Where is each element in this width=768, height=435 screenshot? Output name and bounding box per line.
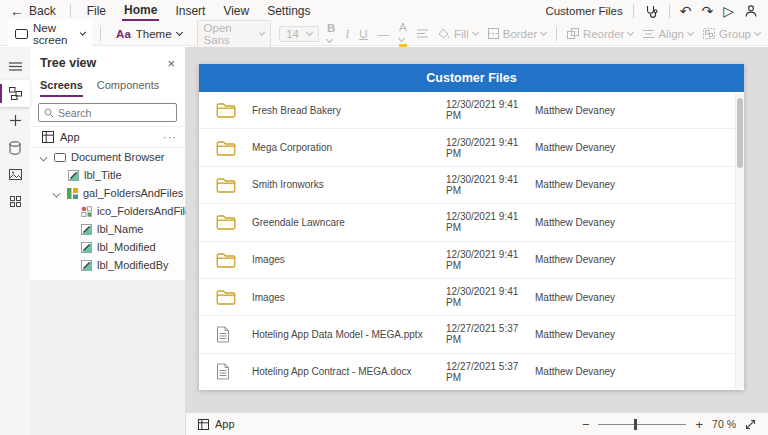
- zoom-in-icon[interactable]: +: [695, 417, 703, 432]
- font-size-value: 14: [286, 28, 299, 40]
- label-icon: [68, 170, 79, 181]
- zoom-out-icon[interactable]: −: [582, 417, 590, 432]
- folder-icon[interactable]: [199, 289, 252, 305]
- gallery-row[interactable]: Hoteling App Data Model - MEGA.pptx12/27…: [199, 316, 744, 353]
- folder-icon[interactable]: [199, 214, 252, 230]
- row-modified_by: Matthew Devaney: [535, 179, 744, 190]
- scrollbar-thumb[interactable]: [737, 98, 743, 168]
- hamburger-menu-icon[interactable]: [0, 53, 30, 80]
- gallery-row[interactable]: Mega Corporation12/30/2021 9:41 PMMatthe…: [199, 129, 744, 166]
- chevron-down-icon: [398, 35, 405, 42]
- gallery-row[interactable]: Images12/30/2021 9:41 PMMatthew Devaney: [199, 242, 744, 279]
- menu-item-file[interactable]: File: [85, 2, 108, 20]
- panel-empty-area: [30, 280, 185, 435]
- canvas-title-label: Customer Files: [426, 71, 516, 85]
- fill-bucket-icon: [438, 28, 450, 39]
- fit-to-window-icon[interactable]: [745, 419, 756, 430]
- redo-icon[interactable]: ↷: [701, 4, 713, 18]
- tree-item-ico_FoldersAndFiles[interactable]: ico_FoldersAndFiles: [30, 202, 185, 220]
- tree-item-lbl_Name[interactable]: lbl_Name: [30, 220, 185, 238]
- gallery-row[interactable]: Smith Ironworks12/30/2021 9:41 PMMatthew…: [199, 167, 744, 204]
- app-canvas[interactable]: Customer Files Fresh Bread Bakery12/30/2…: [199, 64, 744, 390]
- tree-view-panel: Tree view × Screens Components App ··· D…: [30, 47, 186, 435]
- undo-icon[interactable]: ↶: [680, 4, 692, 18]
- statusbar-app[interactable]: App: [198, 418, 235, 430]
- document-icon[interactable]: [199, 363, 252, 380]
- gallery-row[interactable]: Greendale Lawncare12/30/2021 9:41 PMMatt…: [199, 204, 744, 241]
- share-person-icon[interactable]: [744, 4, 758, 18]
- folder-icon[interactable]: [199, 252, 252, 268]
- zoom-percent[interactable]: 70 %: [712, 418, 736, 430]
- tree-item-Document Browser[interactable]: Document Browser: [30, 148, 185, 166]
- label-icon: [81, 224, 92, 235]
- tree-item-lbl_Modified[interactable]: lbl_Modified: [30, 238, 185, 256]
- tree-item-label: Document Browser: [71, 151, 165, 163]
- advanced-tools-icon[interactable]: [0, 188, 30, 215]
- row-modified_by: Matthew Devaney: [535, 366, 744, 377]
- reorder-label: Reorder: [583, 28, 625, 40]
- row-modified: 12/30/2021 9:41 PM: [446, 286, 535, 308]
- zoom-slider[interactable]: [598, 419, 686, 430]
- folder-icon[interactable]: [199, 140, 252, 156]
- row-modified: 12/30/2021 9:41 PM: [446, 137, 535, 159]
- chevron-down-icon[interactable]: [40, 153, 48, 161]
- gallery-row[interactable]: Images12/30/2021 9:41 PMMatthew Devaney: [199, 279, 744, 316]
- group-label: Group: [719, 28, 751, 40]
- media-icon[interactable]: [0, 161, 30, 188]
- ribbon-toolbar: New screen Aa Theme Open Sans 14 B I U —…: [0, 22, 768, 46]
- align-label: Align: [658, 28, 684, 40]
- menu-item-home[interactable]: Home: [122, 1, 159, 21]
- app-item-label: App: [60, 131, 80, 143]
- search-input[interactable]: [58, 107, 171, 119]
- icon-icon: [81, 206, 92, 217]
- app-checker-icon[interactable]: [644, 4, 659, 19]
- chevron-down-icon: [540, 29, 547, 36]
- gallery-row[interactable]: Hoteling App Contract - MEGA.docx12/27/2…: [199, 354, 744, 390]
- canvas-stage: Customer Files Fresh Bread Bakery12/30/2…: [186, 47, 768, 412]
- insert-plus-icon[interactable]: [0, 107, 30, 134]
- tree-item-lbl_Title[interactable]: lbl_Title: [30, 166, 185, 184]
- chevron-down-icon: [754, 29, 761, 36]
- gallery-row[interactable]: Fresh Bread Bakery12/30/2021 9:41 PMMatt…: [199, 92, 744, 129]
- studio-body: Tree view × Screens Components App ··· D…: [0, 47, 768, 435]
- tree-item-lbl_ModifiedBy[interactable]: lbl_ModifiedBy: [30, 256, 185, 274]
- canvas-title-bar[interactable]: Customer Files: [199, 64, 744, 92]
- theme-label: Theme: [136, 28, 172, 40]
- menu-item-view[interactable]: View: [221, 2, 251, 20]
- panel-tabs: Screens Components: [30, 74, 185, 97]
- tab-components[interactable]: Components: [97, 76, 159, 97]
- tree-item-app[interactable]: App ···: [30, 126, 185, 148]
- close-icon[interactable]: ×: [167, 57, 175, 70]
- chevron-down-icon: [176, 29, 183, 36]
- menu-item-settings[interactable]: Settings: [265, 2, 312, 20]
- folder-icon[interactable]: [199, 177, 252, 193]
- chevron-down-icon[interactable]: [53, 189, 61, 197]
- back-label: Back: [29, 4, 56, 18]
- new-screen-button[interactable]: New screen: [8, 20, 92, 48]
- chevron-down-icon: [259, 29, 265, 35]
- folder-icon[interactable]: [199, 102, 252, 118]
- row-modified: 12/30/2021 9:41 PM: [446, 249, 535, 271]
- chevron-down-icon: [472, 29, 479, 36]
- tree-view-rail-icon[interactable]: [0, 80, 30, 107]
- tree-item-gal_FoldersAndFiles[interactable]: gal_FoldersAndFiles: [30, 184, 185, 202]
- font-size-select: 14: [279, 26, 319, 42]
- theme-button[interactable]: Aa Theme: [109, 26, 189, 42]
- play-preview-icon[interactable]: ▷: [723, 4, 734, 18]
- tab-screens[interactable]: Screens: [40, 76, 83, 97]
- panel-title: Tree view: [40, 56, 96, 70]
- row-name: Images: [252, 254, 446, 265]
- back-arrow-icon: ←: [10, 4, 24, 18]
- menu-item-insert[interactable]: Insert: [173, 2, 207, 20]
- row-modified: 12/30/2021 9:41 PM: [446, 174, 535, 196]
- app-name-button[interactable]: Customer Files: [545, 5, 622, 17]
- document-icon[interactable]: [199, 326, 252, 343]
- ellipsis-menu-icon[interactable]: ···: [163, 131, 177, 143]
- zoom-slider-handle[interactable]: [634, 419, 637, 430]
- back-button[interactable]: ← Back: [10, 4, 56, 18]
- data-sources-icon[interactable]: [0, 134, 30, 161]
- label-icon: [81, 242, 92, 253]
- theme-aa-icon: Aa: [116, 28, 131, 40]
- chevron-down-icon: [80, 29, 86, 35]
- canvas-scrollbar[interactable]: [735, 93, 744, 389]
